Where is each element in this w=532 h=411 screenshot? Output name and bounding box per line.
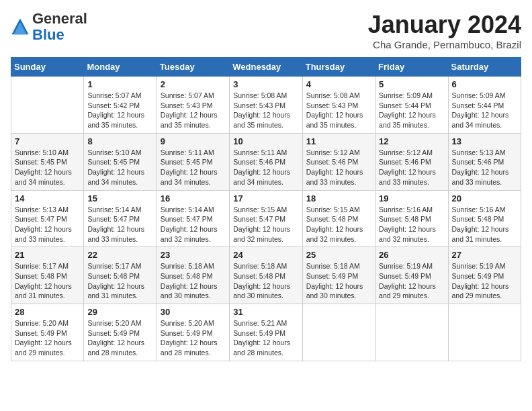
calendar-cell: 18Sunrise: 5:15 AM Sunset: 5:48 PM Dayli…: [302, 190, 375, 247]
day-info: Sunrise: 5:15 AM Sunset: 5:48 PM Dayligh…: [306, 205, 371, 244]
calendar-cell: 30Sunrise: 5:20 AM Sunset: 5:49 PM Dayli…: [157, 304, 229, 361]
header-cell-tuesday: Tuesday: [157, 58, 229, 77]
calendar-week-4: 21Sunrise: 5:17 AM Sunset: 5:48 PM Dayli…: [11, 247, 521, 304]
calendar-cell: [11, 77, 84, 134]
day-info: Sunrise: 5:12 AM Sunset: 5:46 PM Dayligh…: [379, 148, 444, 187]
header-cell-monday: Monday: [84, 58, 157, 77]
calendar-cell: 20Sunrise: 5:16 AM Sunset: 5:48 PM Dayli…: [448, 190, 521, 247]
day-number: 8: [87, 136, 152, 146]
day-number: 5: [379, 79, 444, 89]
day-number: 25: [306, 250, 371, 260]
calendar-cell: 13Sunrise: 5:13 AM Sunset: 5:46 PM Dayli…: [448, 133, 521, 190]
calendar-cell: 27Sunrise: 5:19 AM Sunset: 5:49 PM Dayli…: [448, 247, 521, 304]
day-info: Sunrise: 5:18 AM Sunset: 5:48 PM Dayligh…: [161, 261, 226, 301]
header-cell-sunday: Sunday: [11, 58, 84, 77]
day-info: Sunrise: 5:10 AM Sunset: 5:45 PM Dayligh…: [15, 148, 80, 187]
day-info: Sunrise: 5:13 AM Sunset: 5:47 PM Dayligh…: [15, 205, 80, 244]
day-info: Sunrise: 5:17 AM Sunset: 5:48 PM Dayligh…: [15, 261, 80, 301]
calendar-cell: 25Sunrise: 5:18 AM Sunset: 5:49 PM Dayli…: [302, 247, 375, 304]
day-number: 19: [379, 193, 444, 203]
day-info: Sunrise: 5:19 AM Sunset: 5:49 PM Dayligh…: [452, 261, 517, 301]
calendar-header: SundayMondayTuesdayWednesdayThursdayFrid…: [11, 58, 521, 77]
day-number: 29: [87, 307, 152, 317]
calendar-cell: 4Sunrise: 5:08 AM Sunset: 5:43 PM Daylig…: [302, 77, 375, 134]
calendar-cell: 7Sunrise: 5:10 AM Sunset: 5:45 PM Daylig…: [11, 133, 84, 190]
calendar-body: 1Sunrise: 5:07 AM Sunset: 5:42 PM Daylig…: [11, 77, 521, 361]
calendar-cell: 24Sunrise: 5:18 AM Sunset: 5:48 PM Dayli…: [230, 247, 302, 304]
title-block: January 2024 Cha Grande, Pernambuco, Bra…: [368, 11, 521, 50]
calendar-week-5: 28Sunrise: 5:20 AM Sunset: 5:49 PM Dayli…: [11, 304, 521, 361]
day-info: Sunrise: 5:11 AM Sunset: 5:45 PM Dayligh…: [161, 148, 226, 187]
day-info: Sunrise: 5:20 AM Sunset: 5:49 PM Dayligh…: [15, 318, 80, 358]
calendar-cell: 28Sunrise: 5:20 AM Sunset: 5:49 PM Dayli…: [11, 304, 84, 361]
page-header: General Blue January 2024 Cha Grande, Pe…: [11, 11, 521, 50]
day-number: 12: [379, 136, 444, 146]
logo-text: General Blue: [32, 11, 87, 43]
calendar-cell: 5Sunrise: 5:09 AM Sunset: 5:44 PM Daylig…: [375, 77, 448, 134]
day-number: 10: [233, 136, 298, 146]
day-info: Sunrise: 5:18 AM Sunset: 5:48 PM Dayligh…: [233, 261, 298, 301]
day-number: 4: [306, 79, 371, 89]
calendar-cell: 19Sunrise: 5:16 AM Sunset: 5:48 PM Dayli…: [375, 190, 448, 247]
calendar-cell: 6Sunrise: 5:09 AM Sunset: 5:44 PM Daylig…: [448, 77, 521, 134]
day-number: 27: [452, 250, 517, 260]
day-info: Sunrise: 5:17 AM Sunset: 5:48 PM Dayligh…: [87, 261, 152, 301]
logo-blue: Blue: [32, 26, 64, 43]
day-number: 6: [452, 79, 517, 89]
day-number: 23: [161, 250, 226, 260]
day-info: Sunrise: 5:09 AM Sunset: 5:44 PM Dayligh…: [379, 91, 444, 130]
calendar-cell: [375, 304, 448, 361]
calendar-cell: 9Sunrise: 5:11 AM Sunset: 5:45 PM Daylig…: [157, 133, 229, 190]
day-number: 20: [452, 193, 517, 203]
calendar-cell: 8Sunrise: 5:10 AM Sunset: 5:45 PM Daylig…: [84, 133, 157, 190]
calendar-cell: 31Sunrise: 5:21 AM Sunset: 5:49 PM Dayli…: [230, 304, 302, 361]
calendar-cell: 12Sunrise: 5:12 AM Sunset: 5:46 PM Dayli…: [375, 133, 448, 190]
day-number: 26: [379, 250, 444, 260]
calendar-cell: 29Sunrise: 5:20 AM Sunset: 5:49 PM Dayli…: [84, 304, 157, 361]
calendar-week-2: 7Sunrise: 5:10 AM Sunset: 5:45 PM Daylig…: [11, 133, 521, 190]
calendar-cell: 15Sunrise: 5:14 AM Sunset: 5:47 PM Dayli…: [84, 190, 157, 247]
day-number: 22: [87, 250, 152, 260]
day-number: 11: [306, 136, 371, 146]
calendar-table: SundayMondayTuesdayWednesdayThursdayFrid…: [11, 57, 521, 361]
day-number: 18: [306, 193, 371, 203]
day-number: 7: [15, 136, 80, 146]
day-info: Sunrise: 5:08 AM Sunset: 5:43 PM Dayligh…: [233, 91, 298, 130]
calendar-cell: [302, 304, 375, 361]
calendar-week-3: 14Sunrise: 5:13 AM Sunset: 5:47 PM Dayli…: [11, 190, 521, 247]
calendar-cell: 23Sunrise: 5:18 AM Sunset: 5:48 PM Dayli…: [157, 247, 229, 304]
day-number: 17: [233, 193, 298, 203]
day-info: Sunrise: 5:12 AM Sunset: 5:46 PM Dayligh…: [306, 148, 371, 187]
day-info: Sunrise: 5:18 AM Sunset: 5:49 PM Dayligh…: [306, 261, 371, 301]
calendar-cell: 2Sunrise: 5:07 AM Sunset: 5:43 PM Daylig…: [157, 77, 229, 134]
month-title: January 2024: [368, 11, 521, 39]
day-number: 13: [452, 136, 517, 146]
calendar-cell: 26Sunrise: 5:19 AM Sunset: 5:49 PM Dayli…: [375, 247, 448, 304]
day-info: Sunrise: 5:13 AM Sunset: 5:46 PM Dayligh…: [452, 148, 517, 187]
calendar-cell: 16Sunrise: 5:14 AM Sunset: 5:47 PM Dayli…: [157, 190, 229, 247]
calendar-cell: 21Sunrise: 5:17 AM Sunset: 5:48 PM Dayli…: [11, 247, 84, 304]
calendar-cell: 17Sunrise: 5:15 AM Sunset: 5:47 PM Dayli…: [230, 190, 302, 247]
logo-general: General: [32, 10, 87, 27]
day-info: Sunrise: 5:19 AM Sunset: 5:49 PM Dayligh…: [379, 261, 444, 301]
day-info: Sunrise: 5:07 AM Sunset: 5:42 PM Dayligh…: [87, 91, 152, 130]
day-info: Sunrise: 5:20 AM Sunset: 5:49 PM Dayligh…: [87, 318, 152, 358]
day-info: Sunrise: 5:16 AM Sunset: 5:48 PM Dayligh…: [379, 205, 444, 244]
day-number: 3: [233, 79, 298, 89]
header-cell-saturday: Saturday: [448, 58, 521, 77]
day-number: 16: [161, 193, 226, 203]
day-number: 24: [233, 250, 298, 260]
day-number: 31: [233, 307, 298, 317]
day-number: 1: [87, 79, 152, 89]
day-number: 28: [15, 307, 80, 317]
day-info: Sunrise: 5:14 AM Sunset: 5:47 PM Dayligh…: [87, 205, 152, 244]
day-info: Sunrise: 5:14 AM Sunset: 5:47 PM Dayligh…: [161, 205, 226, 244]
location: Cha Grande, Pernambuco, Brazil: [368, 39, 521, 50]
day-number: 2: [161, 79, 226, 89]
header-cell-friday: Friday: [375, 58, 448, 77]
calendar-cell: [448, 304, 521, 361]
day-number: 30: [161, 307, 226, 317]
calendar-cell: 3Sunrise: 5:08 AM Sunset: 5:43 PM Daylig…: [230, 77, 302, 134]
day-info: Sunrise: 5:20 AM Sunset: 5:49 PM Dayligh…: [161, 318, 226, 358]
day-number: 15: [87, 193, 152, 203]
